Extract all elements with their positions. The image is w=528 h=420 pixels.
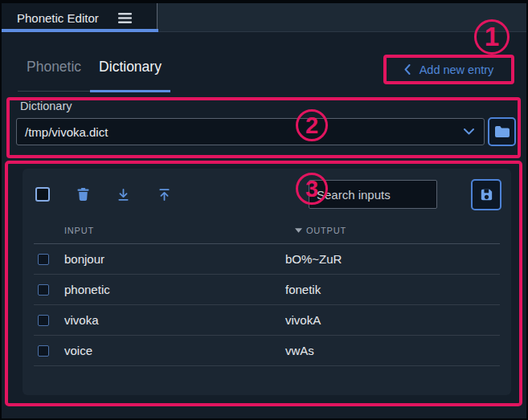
sort-descending-icon xyxy=(295,228,302,233)
entries-card: INPUT OUTPUT bonjour bO%~ZuR phoneti xyxy=(23,169,511,395)
active-window-tab-indicator xyxy=(2,29,158,32)
hamburger-menu-icon[interactable] xyxy=(118,13,132,23)
chevron-left-icon xyxy=(404,64,411,75)
phonetic-editor-window: Phonetic Editor Phonetic Dictionary Add … xyxy=(2,3,526,418)
dictionary-field-label: Dictionary xyxy=(20,100,72,112)
trash-icon xyxy=(77,188,89,202)
row-checkbox[interactable] xyxy=(38,345,49,357)
row-checkbox[interactable] xyxy=(38,284,49,296)
table-row[interactable]: vivoka vivokA xyxy=(34,305,500,336)
entries-toolbar xyxy=(23,169,511,217)
window-title: Phonetic Editor xyxy=(17,11,99,25)
folder-icon xyxy=(494,125,510,138)
output-cell: vwAs xyxy=(285,344,500,357)
open-dictionary-file-button[interactable] xyxy=(488,117,516,146)
input-cell: voice xyxy=(64,344,285,357)
top-bar: Phonetic Editor xyxy=(2,3,526,32)
row-checkbox[interactable] xyxy=(38,254,49,265)
input-cell: phonetic xyxy=(64,283,285,296)
delete-entries-button[interactable] xyxy=(77,188,89,202)
column-header-output[interactable]: OUTPUT xyxy=(285,226,500,235)
input-cell: bonjour xyxy=(64,252,285,266)
export-entries-button[interactable] xyxy=(158,188,171,202)
row-checkbox[interactable] xyxy=(38,315,49,326)
add-new-entry-label: Add new entry xyxy=(420,63,494,76)
table-row[interactable]: bonjour bO%~ZuR xyxy=(34,244,500,275)
tab-dictionary[interactable]: Dictionary xyxy=(90,43,170,91)
input-cell: vivoka xyxy=(64,313,285,327)
add-new-entry-button[interactable]: Add new entry xyxy=(404,63,494,76)
view-tabs: Phonetic Dictionary xyxy=(18,43,170,92)
table-row[interactable]: phonetic fonetik xyxy=(34,275,500,305)
chevron-down-icon xyxy=(464,128,474,135)
output-cell: vivokA xyxy=(285,313,500,327)
output-cell: fonetik xyxy=(285,283,500,296)
dictionary-path-value: /tmp/vivoka.dict xyxy=(25,125,108,139)
save-dictionary-button[interactable] xyxy=(471,179,501,210)
screenshot-frame: Phonetic Editor Phonetic Dictionary Add … xyxy=(0,0,528,420)
annotation-rect-1: Add new entry xyxy=(383,55,514,84)
output-cell: bO%~ZuR xyxy=(285,252,500,266)
table-header-row: INPUT OUTPUT xyxy=(34,217,500,244)
column-header-input[interactable]: INPUT xyxy=(64,226,285,235)
download-icon xyxy=(117,188,130,202)
window-tab-phonetic-editor[interactable]: Phonetic Editor xyxy=(2,3,158,32)
import-entries-button[interactable] xyxy=(117,188,130,202)
table-row[interactable]: voice vwAs xyxy=(34,336,500,366)
entries-table: INPUT OUTPUT bonjour bO%~ZuR phoneti xyxy=(34,217,500,366)
dictionary-path-select[interactable]: /tmp/vivoka.dict xyxy=(16,118,485,145)
tab-phonetic[interactable]: Phonetic xyxy=(18,43,90,91)
search-inputs-field[interactable] xyxy=(309,180,437,209)
select-all-checkbox[interactable] xyxy=(35,187,50,202)
save-icon xyxy=(479,187,494,202)
upload-icon xyxy=(158,188,171,202)
